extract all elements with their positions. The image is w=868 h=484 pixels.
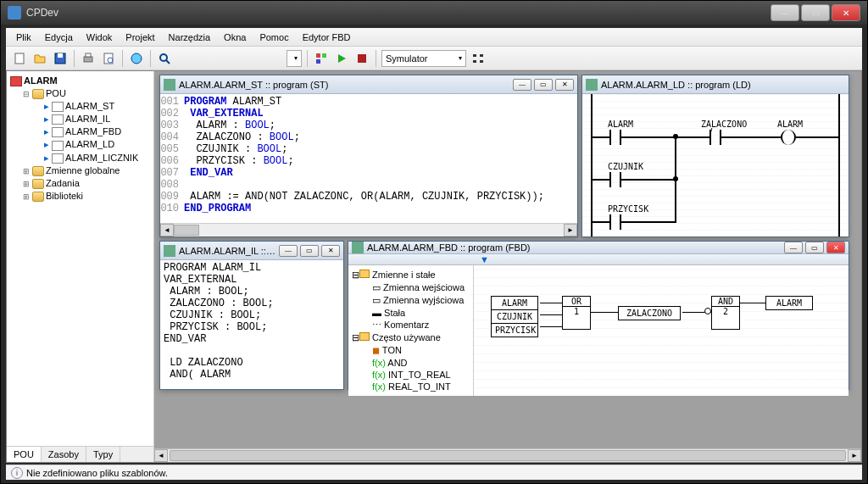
doc-icon [52, 153, 64, 164]
il-editor[interactable]: PROGRAM ALARM_IL VAR_EXTERNAL ALARM : BO… [160, 260, 343, 389]
window-fbd[interactable]: ALARM.ALARM_FBD :: program (FBD) — ▭ ✕ ▼… [348, 241, 849, 390]
scroll-thumb[interactable] [174, 225, 199, 236]
menu-pomoc[interactable]: Pomoc [253, 31, 295, 44]
print-icon[interactable] [79, 49, 97, 68]
st-editor[interactable]: 001PROGRAM ALARM_ST002 VAR_EXTERNAL003 A… [160, 94, 577, 223]
run-icon[interactable] [332, 49, 351, 68]
tree-pou[interactable]: POU [46, 88, 66, 98]
toolbar-dropdown-1[interactable]: ▾ [287, 50, 302, 67]
close-icon[interactable]: ✕ [321, 245, 340, 257]
scroll-left-icon[interactable]: ◄ [160, 224, 174, 236]
window-title: ALARM.ALARM_FBD :: program (FBD) [367, 242, 782, 253]
tree-tasks[interactable]: Zadania [46, 178, 80, 188]
menu-edytor-fbd[interactable]: Edytor FBD [296, 31, 358, 44]
fbd-canvas[interactable]: ALARM CZUJNIK PRZYCISK OR 1 ZALACZONO [474, 265, 849, 396]
tree-root[interactable]: ALARM [24, 75, 58, 86]
close-icon[interactable]: ✕ [555, 79, 574, 91]
menu-okna[interactable]: Okna [217, 31, 253, 44]
svg-rect-17 [480, 54, 483, 57]
expand-icon[interactable]: ⊟ [20, 90, 32, 98]
svg-rect-3 [84, 57, 92, 62]
tab-typy[interactable]: Typy [86, 447, 120, 462]
menu-edycja[interactable]: Edycja [38, 31, 80, 44]
expand-icon[interactable]: ⊞ [20, 167, 32, 175]
window-icon [586, 79, 598, 91]
svg-rect-4 [86, 53, 91, 57]
window-titlebar[interactable]: ALARM.ALARM_ST :: program (ST) — ▭ ✕ [160, 75, 577, 94]
print-preview-icon[interactable] [99, 49, 118, 68]
fbd-block-or[interactable]: OR 1 [562, 296, 591, 330]
doc-icon [52, 114, 64, 125]
tree-item[interactable]: ALARM_IL [65, 114, 110, 124]
tree-item[interactable]: ALARM_LD [65, 139, 114, 149]
fbd-var[interactable]: ALARM [491, 296, 538, 310]
expand-icon[interactable]: ⊞ [20, 180, 32, 188]
window-titlebar[interactable]: ALARM.ALARM_FBD :: program (FBD) — ▭ ✕ [348, 242, 849, 254]
simulator-dropdown[interactable]: Symulator▾ [381, 50, 466, 67]
mdi-scrollbar[interactable]: ◄ ► [154, 448, 861, 462]
tree-item[interactable]: ALARM_ST [65, 101, 114, 111]
tree-item[interactable]: ALARM_FBD [65, 126, 121, 136]
window-titlebar[interactable]: ALARM.ALARM_IL ::… — ▭ ✕ [160, 242, 343, 260]
close-button[interactable]: ✕ [832, 4, 860, 21]
tree-globals[interactable]: Zmienne globalne [46, 165, 120, 175]
minimize-button[interactable]: — [771, 4, 799, 21]
tree-item[interactable]: ALARM_LICZNIK [65, 153, 138, 163]
scrollbar-horizontal[interactable]: ◄ ► [160, 223, 577, 236]
expand-icon[interactable]: ⊞ [20, 192, 32, 201]
maximize-icon[interactable]: ▭ [805, 242, 824, 253]
open-folder-icon[interactable] [31, 49, 49, 68]
globe-icon[interactable] [127, 49, 146, 68]
titlebar[interactable]: CPDev — ▭ ✕ [1, 1, 867, 25]
ld-editor[interactable]: ALARM ZALACZONO / ALARM [582, 94, 849, 236]
fbd-toolbar: ▼ [348, 254, 849, 265]
tree-libs[interactable]: Biblioteki [46, 191, 83, 201]
tab-pou[interactable]: POU [7, 447, 42, 462]
maximize-icon[interactable]: ▭ [300, 245, 319, 257]
folder-icon [32, 166, 44, 176]
fbd-block-and[interactable]: AND 2 [711, 296, 740, 330]
menu-widok[interactable]: Widok [80, 31, 120, 44]
svg-rect-16 [473, 60, 476, 63]
status-text: Nie zdefiniowano pliku szablonów. [26, 468, 168, 478]
window-st[interactable]: ALARM.ALARM_ST :: program (ST) — ▭ ✕ 001… [159, 75, 578, 237]
window-ld[interactable]: ALARM.ALARM_LD :: program (LD) ALARM ZAL… [581, 75, 849, 237]
info-icon: i [11, 467, 23, 479]
scroll-right-icon[interactable]: ► [564, 224, 577, 236]
config-icon[interactable] [469, 49, 487, 68]
tab-zasoby[interactable]: Zasoby [42, 447, 86, 462]
menu-projekt[interactable]: Projekt [119, 31, 161, 44]
scroll-left-icon[interactable]: ◄ [154, 449, 168, 462]
maximize-icon[interactable]: ▭ [534, 79, 553, 91]
menu-narzedzia[interactable]: Narzędzia [162, 31, 218, 44]
svg-rect-0 [15, 53, 24, 64]
window-titlebar[interactable]: ALARM.ALARM_LD :: program (LD) [582, 75, 849, 94]
maximize-button[interactable]: ▭ [801, 4, 830, 21]
fbd-var[interactable]: CZUJNIK [491, 309, 538, 324]
fbd-var[interactable]: ALARM [765, 296, 813, 310]
scroll-right-icon[interactable]: ► [848, 449, 861, 462]
svg-rect-12 [316, 59, 320, 64]
scroll-thumb[interactable] [170, 450, 846, 461]
save-icon[interactable] [51, 49, 70, 68]
svg-point-8 [160, 54, 167, 61]
window-il[interactable]: ALARM.ALARM_IL ::… — ▭ ✕ PROGRAM ALARM_I… [159, 241, 344, 390]
close-icon[interactable]: ✕ [826, 242, 845, 253]
svg-rect-2 [58, 53, 63, 58]
window-title: ALARM.ALARM_LD :: program (LD) [601, 80, 845, 90]
build-icon[interactable] [312, 49, 331, 68]
svg-rect-14 [358, 54, 366, 63]
minimize-icon[interactable]: — [279, 245, 298, 257]
left-tabs: POU Zasoby Typy [7, 446, 153, 462]
fbd-block-tree[interactable]: ⊟ Zmienne i stałe ▭ Zmienna wejściowa ▭ … [348, 265, 474, 396]
minimize-icon[interactable]: — [513, 79, 531, 91]
project-tree[interactable]: ALARM ⊟POU ▸ ALARM_ST ▸ ALARM_IL ▸ ALARM… [7, 71, 153, 446]
new-file-icon[interactable] [10, 49, 29, 68]
zoom-icon[interactable] [155, 49, 174, 68]
stop-icon[interactable] [353, 49, 371, 68]
minimize-icon[interactable]: — [784, 242, 803, 253]
fbd-var[interactable]: PRZYCISK [491, 323, 538, 337]
fbd-var[interactable]: ZALACZONO [618, 306, 681, 320]
menu-plik[interactable]: Plik [9, 31, 38, 44]
svg-rect-10 [316, 53, 320, 58]
